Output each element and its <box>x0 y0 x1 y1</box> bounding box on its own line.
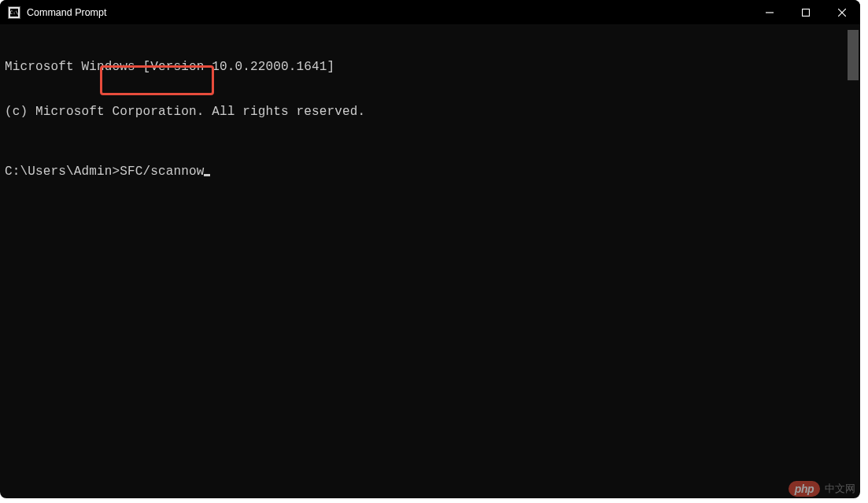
cmd-icon: C:\ <box>8 6 20 19</box>
prompt-line: C:\Users\Admin>SFC/scannow <box>5 165 860 179</box>
prompt-text: C:\Users\Admin> <box>5 165 120 179</box>
maximize-icon <box>802 9 810 17</box>
watermark-badge: php <box>789 481 820 497</box>
minimize-icon <box>766 9 774 17</box>
watermark-text: 中文网 <box>825 482 855 496</box>
window-title: Command Prompt <box>27 7 106 18</box>
command-prompt-window: C:\ Command Prompt Microsoft Windows [Ve… <box>0 0 860 498</box>
minimize-button[interactable] <box>752 0 788 24</box>
command-text: SFC/scannow <box>120 165 204 179</box>
titlebar[interactable]: C:\ Command Prompt <box>0 0 860 25</box>
maximize-button[interactable] <box>788 0 824 24</box>
close-button[interactable] <box>824 0 860 24</box>
watermark: php 中文网 <box>789 481 855 497</box>
terminal-area[interactable]: Microsoft Windows [Version 10.0.22000.16… <box>0 25 860 498</box>
window-controls <box>752 0 860 24</box>
version-line: Microsoft Windows [Version 10.0.22000.16… <box>5 60 860 75</box>
copyright-line: (c) Microsoft Corporation. All rights re… <box>5 105 860 120</box>
scrollbar-thumb[interactable] <box>848 30 859 80</box>
svg-rect-1 <box>803 9 810 16</box>
titlebar-left: C:\ Command Prompt <box>0 6 106 19</box>
cursor <box>204 174 210 176</box>
close-icon <box>838 9 846 17</box>
